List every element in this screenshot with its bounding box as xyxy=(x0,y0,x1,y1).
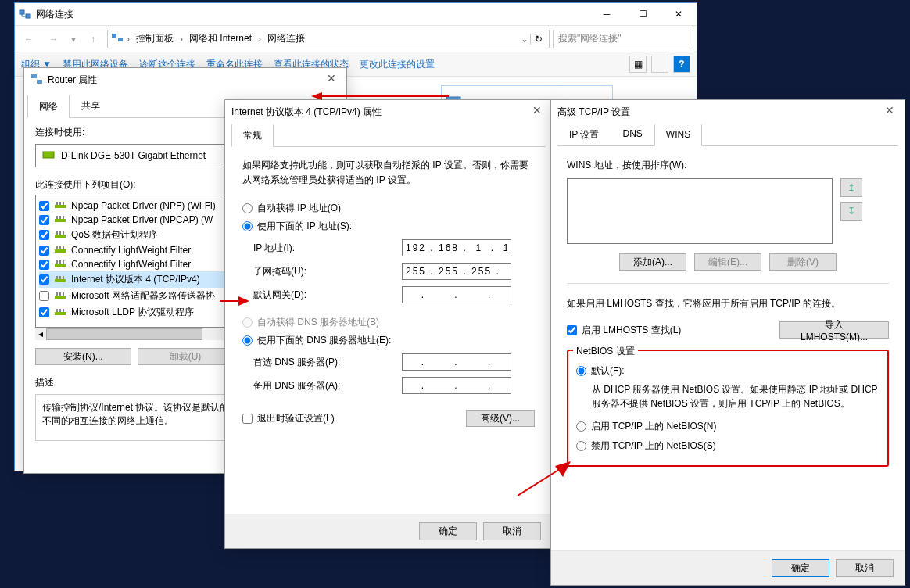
use-ip-radio[interactable] xyxy=(242,221,253,231)
svg-rect-36 xyxy=(63,292,64,296)
network-icon xyxy=(111,31,124,46)
svg-rect-12 xyxy=(63,202,64,205)
move-down-button[interactable]: ↧ xyxy=(840,202,862,220)
protocol-checkbox[interactable] xyxy=(39,230,49,240)
details-icon[interactable] xyxy=(651,56,668,73)
svg-rect-38 xyxy=(56,309,58,312)
close-button[interactable]: ✕ xyxy=(661,3,697,25)
up-button[interactable]: ↑ xyxy=(82,28,104,50)
protocol-checkbox[interactable] xyxy=(39,307,49,317)
protocol-icon xyxy=(54,274,66,285)
protocol-label: QoS 数据包计划程序 xyxy=(71,228,158,242)
breadcrumb-segment[interactable]: 控制面板 xyxy=(133,32,177,45)
protocol-checkbox[interactable] xyxy=(39,260,49,270)
disable-netbios-radio[interactable] xyxy=(576,441,586,451)
forward-button[interactable]: → xyxy=(43,28,65,50)
netbios-settings-group: NetBIOS 设置 默认(F): 从 DHCP 服务器使用 NetBIOS 设… xyxy=(567,350,889,467)
auto-ip-radio[interactable] xyxy=(242,203,253,213)
svg-rect-2 xyxy=(112,34,116,38)
close-button[interactable]: ✕ xyxy=(522,100,552,120)
protocol-checkbox[interactable] xyxy=(39,201,49,211)
default-desc: 从 DHCP 服务器使用 NetBIOS 设置。如果使用静态 IP 地址或 DH… xyxy=(592,382,880,411)
ok-button[interactable]: 确定 xyxy=(419,522,477,540)
ok-button[interactable]: 确定 xyxy=(772,559,829,577)
minimize-button[interactable]: ─ xyxy=(589,3,625,25)
wins-address-list[interactable] xyxy=(567,178,833,244)
refresh-button[interactable]: ↻ xyxy=(530,34,546,45)
default-radio[interactable] xyxy=(576,366,586,376)
dialog-titlebar[interactable]: Internet 协议版本 4 (TCP/IPv4) 属性 ✕ xyxy=(225,100,552,124)
protocol-checkbox[interactable] xyxy=(39,246,49,256)
advanced-tcpip-dialog: 高级 TCP/IP 设置 ✕ IP 设置 DNS WINS WINS 地址，按使… xyxy=(550,99,905,586)
validate-checkbox[interactable] xyxy=(242,414,253,424)
svg-rect-13 xyxy=(55,219,66,222)
history-dropdown[interactable]: ▾ xyxy=(68,28,79,50)
advanced-button[interactable]: 高级(V)... xyxy=(466,410,535,427)
use-dns-radio[interactable] xyxy=(242,335,253,346)
svg-rect-28 xyxy=(63,260,64,264)
dialog-titlebar[interactable]: 高级 TCP/IP 设置 ✕ xyxy=(551,100,905,124)
breadcrumb[interactable]: › 控制面板 › 网络和 Internet › 网络连接 ⌄ ↻ xyxy=(107,30,550,48)
add-button[interactable]: 添加(A)... xyxy=(619,253,686,271)
gateway-input[interactable] xyxy=(402,286,511,303)
svg-rect-20 xyxy=(63,231,64,235)
protocol-label: Connectify LightWeight Filter xyxy=(71,245,191,256)
install-button[interactable]: 安装(N)... xyxy=(35,348,131,365)
svg-rect-23 xyxy=(59,246,61,249)
subnet-mask-input[interactable] xyxy=(402,263,511,280)
gateway-label: 默认网关(D): xyxy=(253,289,402,302)
dns2-label: 备用 DNS 服务器(A): xyxy=(253,379,402,393)
cancel-button[interactable]: 取消 xyxy=(836,559,894,577)
ip-address-label: IP 地址(I): xyxy=(253,242,402,255)
ip-address-input[interactable] xyxy=(402,239,511,256)
remove-button[interactable]: 删除(V) xyxy=(769,253,837,271)
back-button[interactable]: ← xyxy=(18,28,40,50)
protocol-icon xyxy=(54,230,66,241)
tab-share[interactable]: 共享 xyxy=(70,95,112,117)
protocol-checkbox[interactable] xyxy=(39,291,49,301)
enable-netbios-radio[interactable] xyxy=(576,421,586,432)
import-lmhosts-button[interactable]: 导入 LMHOSTS(M)... xyxy=(779,321,889,339)
svg-rect-33 xyxy=(55,296,66,299)
tab-network[interactable]: 网络 xyxy=(27,95,70,118)
device-name: D-Link DGE-530T Gigabit Ethernet xyxy=(61,150,206,161)
search-input[interactable]: 搜索"网络连接" xyxy=(553,30,693,48)
cancel-button[interactable]: 取消 xyxy=(483,522,541,540)
svg-rect-3 xyxy=(118,38,123,41)
dns2-input[interactable] xyxy=(402,377,511,394)
tab-wins[interactable]: WINS xyxy=(654,124,702,146)
maximize-button[interactable]: ☐ xyxy=(625,3,661,25)
svg-rect-1 xyxy=(26,14,30,18)
protocol-checkbox[interactable] xyxy=(39,274,49,285)
ipv4-properties-dialog: Internet 协议版本 4 (TCP/IPv4) 属性 ✕ 常规 如果网络支… xyxy=(224,99,553,549)
validate-label: 退出时验证设置(L) xyxy=(257,412,335,425)
svg-rect-9 xyxy=(55,205,66,208)
breadcrumb-segment[interactable]: 网络连接 xyxy=(264,32,308,45)
edit-button[interactable]: 编辑(E)... xyxy=(694,253,761,271)
close-button[interactable]: ✕ xyxy=(317,68,346,88)
chevron-down-icon[interactable]: ⌄ xyxy=(521,34,528,45)
tab-ip-settings[interactable]: IP 设置 xyxy=(557,124,611,145)
svg-rect-30 xyxy=(56,276,58,279)
svg-rect-27 xyxy=(59,260,61,264)
help-icon[interactable]: ? xyxy=(673,56,690,73)
enable-lmhosts-checkbox[interactable] xyxy=(567,325,577,335)
auto-dns-label: 自动获得 DNS 服务器地址(B) xyxy=(257,316,379,329)
move-up-button[interactable]: ↥ xyxy=(840,178,862,197)
uninstall-button[interactable]: 卸载(U) xyxy=(138,348,234,365)
svg-rect-39 xyxy=(59,309,61,312)
breadcrumb-segment[interactable]: 网络和 Internet xyxy=(186,32,255,45)
view-icon[interactable]: ▦ xyxy=(629,56,647,73)
protocol-icon xyxy=(54,307,66,318)
tab-general[interactable]: 常规 xyxy=(231,124,274,147)
toolbar-change[interactable]: 更改此连接的设置 xyxy=(360,58,435,71)
svg-rect-7 xyxy=(37,80,42,84)
protocol-label: Npcap Packet Driver (NPF) (Wi-Fi) xyxy=(71,200,216,211)
dns1-input[interactable] xyxy=(402,353,511,371)
explorer-navbar: ← → ▾ ↑ › 控制面板 › 网络和 Internet › 网络连接 ⌄ ↻… xyxy=(15,25,697,52)
dialog-titlebar[interactable]: Router 属性 ✕ xyxy=(24,68,346,91)
svg-rect-25 xyxy=(55,264,66,267)
protocol-checkbox[interactable] xyxy=(39,215,49,225)
tab-dns[interactable]: DNS xyxy=(611,124,654,145)
close-button[interactable]: ✕ xyxy=(875,100,905,120)
